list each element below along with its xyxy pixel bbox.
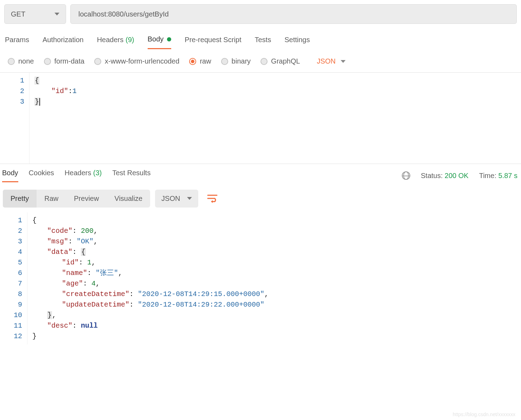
tab-body[interactable]: Body	[148, 35, 172, 49]
request-tabs: Params Authorization Headers (9) Body Pr…	[0, 25, 521, 50]
view-raw[interactable]: Raw	[37, 190, 66, 208]
tab-tests[interactable]: Tests	[255, 35, 271, 49]
response-format-select[interactable]: JSON	[155, 190, 198, 208]
bodytype-none[interactable]: none	[8, 57, 34, 65]
line-gutter: 1 2 3	[0, 73, 30, 164]
response-tabs: Body Cookies Headers (3) Test Results	[1, 169, 150, 182]
response-meta: Status: 200 OK Time: 5.87 s	[402, 171, 520, 180]
resptab-testresults[interactable]: Test Results	[112, 169, 150, 182]
resptab-body[interactable]: Body	[2, 169, 18, 182]
tab-params[interactable]: Params	[5, 35, 29, 49]
radio-icon	[260, 58, 268, 65]
resptab-headers[interactable]: Headers (3)	[65, 169, 102, 182]
chevron-down-icon	[341, 60, 346, 63]
headers-count-badge: (9)	[126, 36, 134, 44]
tab-headers[interactable]: Headers (9)	[97, 35, 134, 49]
bodytype-formdata[interactable]: form-data	[44, 57, 85, 65]
line-gutter: 1 2 3 4 5 6 7 8 9 10 11 12	[0, 212, 27, 344]
response-header: Body Cookies Headers (3) Test Results St…	[0, 164, 521, 182]
view-pretty[interactable]: Pretty	[3, 190, 37, 208]
tab-authorization[interactable]: Authorization	[43, 35, 84, 49]
bodytype-urlencoded[interactable]: x-www-form-urlencoded	[94, 57, 179, 65]
bodytype-raw[interactable]: raw	[189, 57, 211, 65]
view-mode-group: Pretty Raw Preview Visualize	[3, 190, 150, 208]
cursor-icon	[39, 98, 40, 106]
body-format-select[interactable]: JSON	[317, 57, 345, 65]
response-body-editor[interactable]: 1 2 3 4 5 6 7 8 9 10 11 12 { "code": 200…	[0, 212, 521, 344]
resptab-cookies[interactable]: Cookies	[29, 169, 54, 182]
body-type-row: none form-data x-www-form-urlencoded raw…	[0, 50, 521, 70]
globe-icon[interactable]	[402, 171, 410, 180]
wrap-lines-button[interactable]	[203, 189, 221, 208]
radio-icon	[8, 58, 15, 65]
code-area[interactable]: { "id":1 }	[30, 73, 82, 164]
watermark: https://blog.csdn.net/xxxxxxx	[453, 412, 515, 417]
bodytype-graphql[interactable]: GraphQL	[260, 57, 300, 65]
request-body-editor[interactable]: 1 2 3 { "id":1 }	[0, 72, 521, 164]
view-preview[interactable]: Preview	[66, 190, 107, 208]
radio-icon	[94, 58, 101, 65]
wrap-icon	[207, 194, 218, 203]
http-method-value: GET	[11, 10, 25, 18]
bodytype-binary[interactable]: binary	[221, 57, 251, 65]
response-controls: Pretty Raw Preview Visualize JSON	[0, 182, 521, 212]
status-label: Status:	[421, 172, 443, 179]
body-indicator-dot	[167, 37, 171, 41]
time-value: 5.87 s	[499, 172, 517, 179]
code-area[interactable]: { "code": 200, "msg": "OK", "data": { "i…	[27, 212, 274, 344]
http-method-select[interactable]: GET	[4, 4, 66, 24]
tab-settings[interactable]: Settings	[284, 35, 310, 49]
view-visualize[interactable]: Visualize	[107, 190, 150, 208]
status-value: 200 OK	[445, 172, 469, 179]
time-label: Time:	[479, 172, 496, 179]
radio-icon	[221, 58, 228, 65]
radio-icon	[44, 58, 51, 65]
headers-count-badge: (3)	[93, 169, 102, 177]
tab-prerequest[interactable]: Pre-request Script	[185, 35, 241, 49]
radio-checked-icon	[189, 58, 196, 65]
chevron-down-icon	[54, 13, 59, 15]
chevron-down-icon	[187, 197, 192, 200]
url-input[interactable]	[70, 4, 517, 24]
